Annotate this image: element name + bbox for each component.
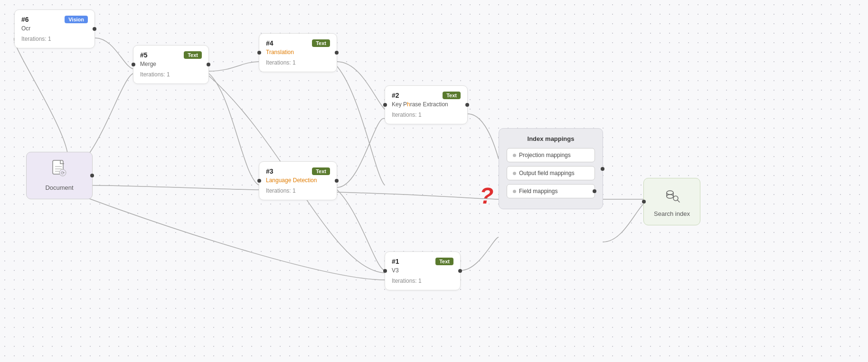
svg-text:⟳: ⟳ — [61, 170, 65, 176]
node-4-sublabel: Translation — [266, 49, 330, 56]
output-dot — [513, 172, 516, 175]
node-5-id: #5 — [140, 51, 148, 59]
document-icon: ⟳ — [52, 160, 67, 180]
svg-line-11 — [678, 200, 680, 203]
node-2[interactable]: #2 Text Key Phrase Extraction Iterations… — [385, 85, 468, 124]
projection-dot — [513, 154, 516, 157]
node-1[interactable]: #1 Text V3 Iterations: 1 — [385, 251, 461, 290]
document-node[interactable]: ⟳ Document — [26, 152, 93, 199]
node-3-iterations: Iterations: 1 — [266, 187, 330, 194]
index-mappings-title: Index mappings — [507, 135, 595, 142]
projection-label: Projection mappings — [519, 152, 571, 158]
svg-point-6 — [667, 191, 673, 195]
node-4-iterations: Iterations: 1 — [266, 59, 330, 66]
workflow-canvas: #6 Vision Ocr Iterations: 1 #5 Text Merg… — [0, 0, 868, 362]
node-2-sublabel: Key Phrase Extraction — [392, 101, 461, 108]
node-1-id: #1 — [392, 258, 399, 265]
connections-svg — [0, 0, 868, 362]
node-3-id: #3 — [266, 167, 274, 175]
node-6-id: #6 — [21, 16, 29, 23]
node-3-badge: Text — [312, 167, 330, 175]
node-3[interactable]: #3 Text Language Detection Iterations: 1 — [259, 161, 337, 200]
node-1-header: #1 Text — [392, 258, 453, 265]
field-label: Field mappings — [519, 188, 557, 195]
node-5-badge: Text — [184, 51, 202, 59]
search-index-icon — [663, 186, 680, 206]
node-5-sublabel: Merge — [140, 61, 202, 67]
node-6-sublabel: Ocr — [21, 25, 88, 32]
node-4-id: #4 — [266, 39, 274, 47]
node-6-badge: Vision — [65, 16, 88, 23]
node-1-sublabel: V3 — [392, 267, 453, 274]
node-3-header: #3 Text — [266, 167, 330, 175]
node-2-badge: Text — [443, 92, 461, 99]
index-mappings-box: Index mappings Projection mappings Outpu… — [499, 128, 603, 209]
search-index-label: Search index — [654, 210, 690, 217]
node-5[interactable]: #5 Text Merge Iterations: 1 — [133, 45, 209, 84]
node-6-header: #6 Vision — [21, 16, 88, 23]
node-4[interactable]: #4 Text Translation Iterations: 1 — [259, 33, 337, 72]
field-mappings[interactable]: Field mappings — [507, 184, 595, 198]
node-4-badge: Text — [312, 39, 330, 47]
node-5-iterations: Iterations: 1 — [140, 71, 202, 78]
projection-mappings[interactable]: Projection mappings — [507, 148, 595, 162]
output-label: Output field mappings — [519, 170, 575, 176]
output-field-mappings[interactable]: Output field mappings — [507, 166, 595, 180]
node-4-header: #4 Text — [266, 39, 330, 47]
search-index-node[interactable]: Search index — [643, 178, 700, 225]
node-2-iterations: Iterations: 1 — [392, 111, 461, 118]
document-label: Document — [45, 184, 73, 191]
node-6-iterations: Iterations: 1 — [21, 36, 88, 42]
node-1-badge: Text — [435, 258, 453, 265]
node-2-id: #2 — [392, 92, 399, 99]
node-6[interactable]: #6 Vision Ocr Iterations: 1 — [14, 9, 95, 48]
node-5-header: #5 Text — [140, 51, 202, 59]
node-2-header: #2 Text — [392, 92, 461, 99]
field-dot — [513, 190, 516, 193]
svg-point-9 — [667, 195, 673, 198]
node-3-sublabel: Language Detection — [266, 177, 330, 184]
node-1-iterations: Iterations: 1 — [392, 278, 453, 284]
question-mark: ? — [480, 183, 493, 209]
